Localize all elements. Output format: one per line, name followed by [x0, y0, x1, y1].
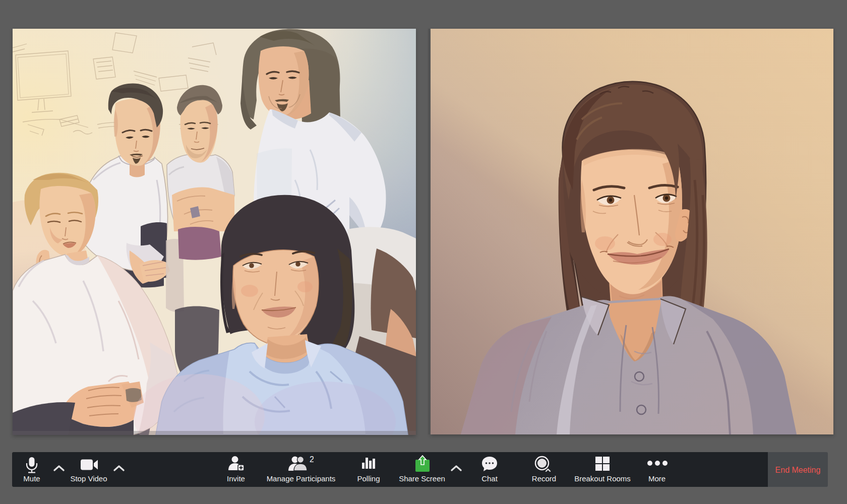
- svg-text:2: 2: [310, 456, 314, 464]
